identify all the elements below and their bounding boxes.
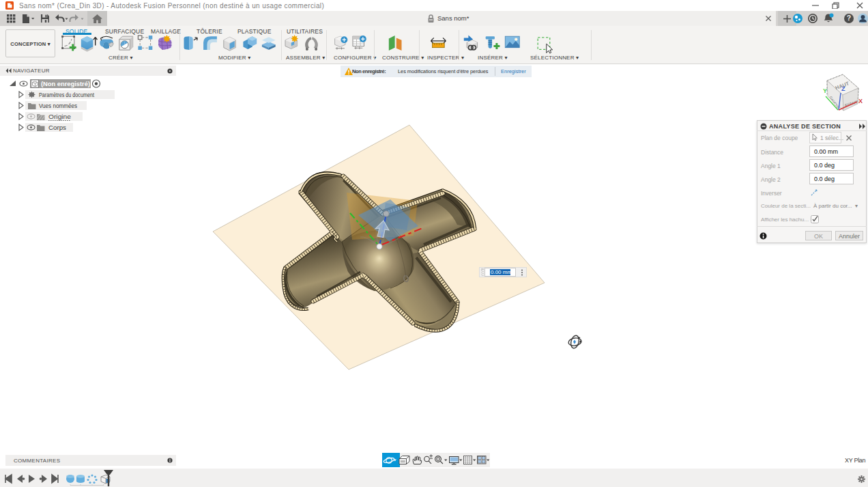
svg-text:Z: Z — [841, 85, 845, 92]
svg-text:(Non enregistré): (Non enregistré) — [41, 81, 90, 87]
svg-text:Vues nommées: Vues nommées — [39, 102, 77, 109]
svg-text:Origine: Origine — [48, 113, 71, 120]
svg-text:X: X — [858, 98, 863, 105]
svg-text:Y: Y — [823, 87, 827, 94]
svg-text:Paramètres du document: Paramètres du document — [39, 92, 94, 98]
svg-text:?: ? — [847, 14, 851, 22]
svg-text:Corps: Corps — [48, 124, 67, 131]
